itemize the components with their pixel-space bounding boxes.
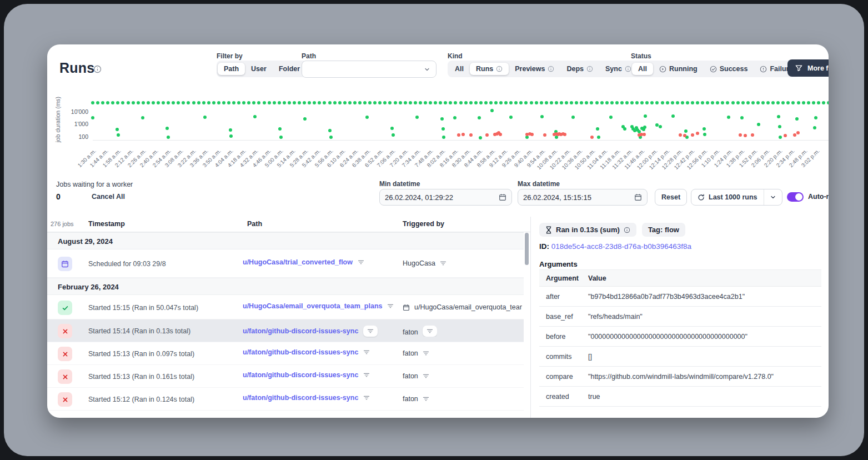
run-path-link[interactable]: u/HugoCasa/trial_converted_flow <box>243 258 353 266</box>
run-dot[interactable] <box>303 117 307 121</box>
run-dot[interactable] <box>338 101 342 104</box>
filter-by-user[interactable]: User <box>245 63 273 75</box>
run-dot[interactable] <box>253 115 257 118</box>
run-dot[interactable] <box>499 133 502 136</box>
cancel-all-button[interactable]: Cancel All <box>92 193 125 201</box>
run-dot[interactable] <box>796 131 800 134</box>
run-dot[interactable] <box>101 101 104 104</box>
run-dot[interactable] <box>666 101 669 104</box>
run-dot[interactable] <box>368 101 372 104</box>
run-dot[interactable] <box>530 133 534 136</box>
run-dot[interactable] <box>727 116 730 119</box>
run-dot[interactable] <box>625 101 629 104</box>
run-dot[interactable] <box>203 116 207 119</box>
runs-chart-plot[interactable] <box>93 98 829 141</box>
run-dot[interactable] <box>543 133 546 137</box>
run-dot[interactable] <box>429 101 432 104</box>
run-dot[interactable] <box>187 101 190 104</box>
run-dot[interactable] <box>222 101 225 104</box>
run-dot[interactable] <box>645 101 649 104</box>
run-dot[interactable] <box>703 127 706 131</box>
run-dot[interactable] <box>414 101 417 104</box>
run-dot[interactable] <box>182 101 185 104</box>
run-dot[interactable] <box>453 116 456 119</box>
filter-icon[interactable] <box>363 326 378 337</box>
run-dot[interactable] <box>751 133 754 137</box>
run-dot[interactable] <box>323 101 326 104</box>
run-dot[interactable] <box>439 101 442 104</box>
run-dot[interactable] <box>786 101 790 104</box>
run-dot[interactable] <box>469 101 473 104</box>
run-dot[interactable] <box>449 101 452 104</box>
run-dot[interactable] <box>817 101 820 104</box>
run-dot[interactable] <box>162 101 165 104</box>
run-dot[interactable] <box>217 101 220 104</box>
run-dot[interactable] <box>152 101 155 104</box>
run-dot[interactable] <box>600 101 604 104</box>
run-dot[interactable] <box>111 101 114 104</box>
info-icon[interactable] <box>624 227 630 233</box>
run-dot[interactable] <box>771 101 775 104</box>
run-dot[interactable] <box>509 101 513 104</box>
run-dot[interactable] <box>91 101 94 104</box>
run-dot[interactable] <box>106 101 109 104</box>
run-dot[interactable] <box>419 101 422 104</box>
run-dot[interactable] <box>643 126 646 129</box>
filter-icon[interactable] <box>358 259 364 266</box>
run-dot[interactable] <box>635 101 639 104</box>
run-dot[interactable] <box>744 134 747 137</box>
run-dot[interactable] <box>540 115 544 118</box>
run-dot[interactable] <box>242 101 245 104</box>
run-dot[interactable] <box>683 134 686 137</box>
run-dot[interactable] <box>247 101 250 104</box>
run-dot[interactable] <box>318 101 321 104</box>
run-dot[interactable] <box>585 101 588 104</box>
run-dot[interactable] <box>328 129 332 132</box>
run-dot[interactable] <box>479 136 482 139</box>
run-dot[interactable] <box>741 101 745 104</box>
run-dot[interactable] <box>545 101 548 104</box>
run-dot[interactable] <box>212 101 215 104</box>
run-dot[interactable] <box>484 101 488 104</box>
run-dot[interactable] <box>474 101 478 104</box>
kind-runs[interactable]: Runs <box>470 63 509 75</box>
run-dot[interactable] <box>807 101 810 104</box>
run-dot[interactable] <box>509 116 513 119</box>
run-dot[interactable] <box>424 101 427 104</box>
run-dot[interactable] <box>560 101 563 104</box>
run-dot[interactable] <box>590 101 593 104</box>
run-dot[interactable] <box>444 101 447 104</box>
run-dot[interactable] <box>795 117 799 121</box>
run-dot[interactable] <box>802 101 805 104</box>
run-dot[interactable] <box>731 101 735 104</box>
run-path-link[interactable]: u/faton/github-discord-issues-sync <box>243 394 358 402</box>
run-dot[interactable] <box>167 136 170 139</box>
run-dot[interactable] <box>348 101 352 104</box>
run-dot[interactable] <box>202 101 205 104</box>
table-row[interactable]: Started 15:15 (Ran in 50.047s total) u/H… <box>47 296 524 319</box>
run-dot[interactable] <box>701 101 704 104</box>
run-dot[interactable] <box>358 101 362 104</box>
run-dot[interactable] <box>565 101 568 104</box>
run-dot[interactable] <box>813 126 816 129</box>
run-dot[interactable] <box>679 133 682 137</box>
run-dot[interactable] <box>739 133 742 137</box>
run-dot[interactable] <box>644 114 647 118</box>
run-dot[interactable] <box>776 101 780 104</box>
run-dot[interactable] <box>117 133 120 137</box>
run-dot[interactable] <box>441 127 445 131</box>
run-dot[interactable] <box>716 101 719 104</box>
run-dot[interactable] <box>157 101 160 104</box>
run-dot[interactable] <box>147 101 150 104</box>
run-dot[interactable] <box>812 101 815 104</box>
run-dot[interactable] <box>596 127 599 131</box>
run-dot[interactable] <box>563 133 566 136</box>
run-dot[interactable] <box>524 101 528 104</box>
filter-by-path[interactable]: Path <box>218 63 245 75</box>
run-dot[interactable] <box>766 101 770 104</box>
run-dot[interactable] <box>530 101 533 104</box>
run-dot[interactable] <box>313 101 316 104</box>
run-dot[interactable] <box>610 101 614 104</box>
table-row-selected[interactable]: Started 15:14 (Ran in 0.13s total) u/fat… <box>47 319 524 342</box>
run-dot[interactable] <box>827 101 829 104</box>
